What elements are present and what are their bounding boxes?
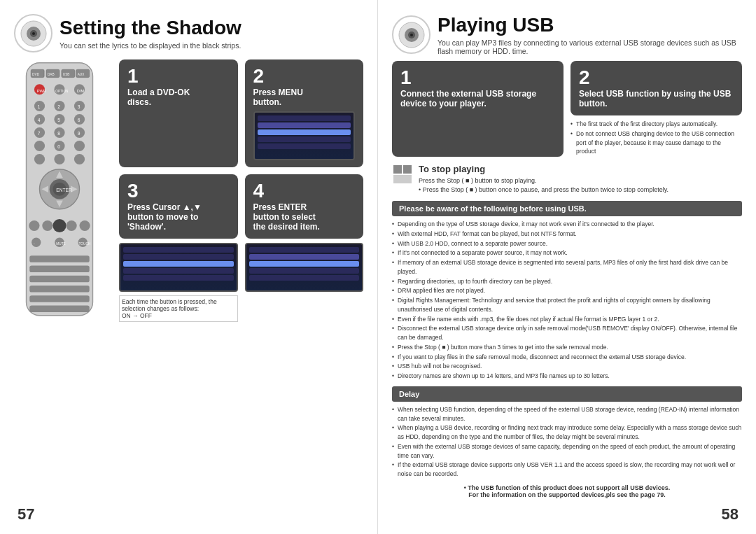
- step-1-box: 1 Load a DVD-OK discs.: [119, 59, 238, 167]
- stop-playing-title: To stop playing: [419, 164, 668, 174]
- svg-text:DAB: DAB: [48, 73, 55, 76]
- step-4-text: Press ENTERbutton to selectthe desired i…: [253, 202, 356, 232]
- svg-rect-64: [29, 266, 90, 273]
- right-step-1-text: Connect the external USB storage device …: [400, 89, 555, 108]
- warning-item-10: Disconnect the external USB storage devi…: [392, 324, 742, 342]
- warning-item-14: Directory names are shown up to 14 lette…: [392, 372, 742, 381]
- svg-text:2: 2: [57, 104, 60, 109]
- right-page-subtitle: You can play MP3 files by connecting to …: [438, 38, 742, 55]
- svg-text:PWR: PWR: [37, 89, 46, 93]
- svg-text:9: 9: [78, 131, 80, 136]
- delay-item-4: If the external USB storage device suppo…: [392, 461, 742, 479]
- bottom-note-2: For the information on the supported dev…: [392, 491, 742, 498]
- svg-rect-67: [29, 295, 90, 302]
- warning-item-4: If it's not connected to a separate powe…: [392, 248, 742, 258]
- right-step-1-number: 1: [400, 66, 412, 88]
- step-2-text: Press MENUbutton.: [253, 87, 356, 107]
- right-step-2-container: 2 Select USB function by using the USB b…: [570, 61, 742, 157]
- step-2-screen: [253, 111, 356, 160]
- svg-point-37: [34, 141, 45, 151]
- delay-box: Delay: [392, 386, 742, 402]
- right-header-icon: [392, 15, 430, 54]
- svg-text:8: 8: [57, 131, 60, 136]
- svg-point-53: [42, 220, 52, 231]
- right-page-title: Playing USB: [438, 14, 742, 36]
- svg-text:DVD: DVD: [32, 73, 40, 76]
- warning-box: Please be aware of the following before …: [392, 201, 742, 216]
- warning-item-5: If memory of an external USB storage dev…: [392, 258, 742, 276]
- svg-text:DIM: DIM: [77, 89, 85, 93]
- step-3-screen: [119, 243, 238, 292]
- step-2-number: 2: [253, 65, 265, 87]
- svg-text:1: 1: [38, 104, 41, 109]
- svg-point-52: [29, 220, 39, 231]
- left-header-icon: [14, 14, 52, 52]
- svg-text:OPTION: OPTION: [55, 90, 69, 93]
- steps-area: 1 Load a DVD-OK discs. 2 Press MENUbutto…: [119, 59, 363, 327]
- remote-area: DVD DAB USB AUX PWR OPTION DIM 1 2 3 4 5…: [14, 59, 112, 327]
- right-step-2-number: 2: [579, 66, 590, 88]
- warning-item-6: Regarding directories, up to fourth dire…: [392, 277, 742, 286]
- right-step-2-text: Select USB function by using the USB but…: [579, 89, 734, 108]
- svg-rect-74: [403, 165, 412, 174]
- warning-item-8: Digital Rights Management: Technology an…: [392, 296, 742, 314]
- svg-text:6: 6: [78, 118, 80, 122]
- delay-item-3: Even with the external USB storage devic…: [392, 442, 742, 461]
- left-page-number: 57: [18, 505, 34, 524]
- svg-rect-73: [393, 165, 402, 174]
- svg-rect-75: [393, 175, 412, 183]
- delay-list: When selecting USB function, depending o…: [392, 405, 742, 479]
- right-step-2-notes: The first track of the first directory p…: [570, 120, 742, 156]
- warning-item-12: If you want to play files in the safe re…: [392, 353, 742, 362]
- stop-playing-text: Press the Stop ( ■ ) button to stop play…: [419, 176, 668, 194]
- step-4-number: 4: [253, 180, 265, 202]
- remote-control-image: DVD DAB USB AUX PWR OPTION DIM 1 2 3 4 5…: [14, 59, 105, 325]
- svg-rect-63: [29, 255, 90, 262]
- step-3-number: 3: [127, 180, 139, 202]
- step2-note-1: The first track of the first directory p…: [570, 120, 742, 129]
- svg-rect-68: [29, 306, 90, 313]
- left-header: Setting the Shadow You can set the lyric…: [14, 14, 363, 52]
- right-page: Playing USB You can play MP3 files by co…: [378, 0, 756, 534]
- svg-point-42: [54, 154, 64, 164]
- stop-playing-icon: [392, 164, 413, 194]
- left-page: Setting the Shadow You can set the lyric…: [0, 0, 378, 534]
- steps-grid: 1 Load a DVD-OK discs. 2 Press MENUbutto…: [119, 59, 363, 322]
- svg-text:USB: USB: [63, 73, 70, 76]
- right-step-2-box: 2 Select USB function by using the USB b…: [570, 61, 742, 115]
- step-3-text: Press Cursor ▲,▼button to move to'Shadow…: [127, 202, 230, 232]
- left-page-subtitle: You can set the lyrics to be displayed i…: [59, 41, 241, 50]
- warning-item-13: USB hub will not be recognised.: [392, 362, 742, 371]
- left-content: DVD DAB USB AUX PWR OPTION DIM 1 2 3 4 5…: [14, 59, 363, 327]
- svg-point-72: [410, 34, 413, 36]
- step-2-box: 2 Press MENUbutton.: [245, 59, 364, 167]
- left-page-title: Setting the Shadow: [59, 17, 241, 39]
- delay-item-1: When selecting USB function, depending o…: [392, 405, 742, 423]
- svg-text:AUX: AUX: [78, 73, 85, 76]
- svg-text:ENTER: ENTER: [56, 188, 72, 192]
- svg-text:5: 5: [57, 118, 60, 122]
- svg-point-54: [53, 219, 66, 232]
- svg-point-56: [80, 220, 90, 231]
- svg-point-40: [74, 141, 85, 151]
- svg-text:0: 0: [57, 144, 60, 149]
- warning-item-3: With USB 2.0 HDD, connect to a separate …: [392, 239, 742, 248]
- svg-text:7: 7: [38, 131, 41, 136]
- warning-item-7: DRM applied files are not played.: [392, 286, 742, 295]
- stop-playing-section: To stop playing Press the Stop ( ■ ) but…: [392, 164, 742, 194]
- right-header: Playing USB You can play MP3 files by co…: [392, 14, 742, 55]
- right-page-number: 58: [722, 505, 738, 524]
- svg-text:TOUCH: TOUCH: [79, 242, 91, 246]
- step-4-screen: [245, 243, 364, 292]
- svg-text:MUTE: MUTE: [56, 242, 65, 246]
- step-3-container: 3 Press Cursor ▲,▼button to move to'Shad…: [119, 174, 238, 322]
- delay-item-2: When playing a USB device, recording or …: [392, 423, 742, 442]
- bottom-note-1: • The USB function of this product does …: [392, 484, 742, 491]
- stop-playing-content: To stop playing Press the Stop ( ■ ) but…: [419, 164, 668, 194]
- bottom-note: • The USB function of this product does …: [392, 484, 742, 498]
- svg-rect-65: [29, 276, 90, 283]
- svg-point-3: [32, 32, 35, 35]
- step-4-container: 4 Press ENTERbutton to selectthe desired…: [245, 174, 364, 322]
- svg-text:4: 4: [38, 118, 41, 122]
- right-step-1-box: 1 Connect the external USB storage devic…: [392, 61, 564, 157]
